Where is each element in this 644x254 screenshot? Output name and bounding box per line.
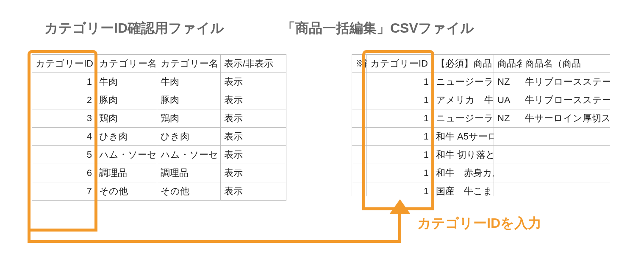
cell: 牛肉 — [96, 73, 157, 91]
col-header: カテゴリー名 — [157, 55, 221, 73]
connector-line — [398, 210, 401, 243]
cell — [352, 146, 367, 164]
cell: 表示 — [221, 109, 286, 128]
col-header: カテゴリー名 — [96, 55, 157, 73]
cell: NZ — [494, 109, 522, 128]
table-row: 7その他その他表示 — [32, 182, 286, 201]
cell: UA — [494, 91, 522, 109]
connector-line — [28, 240, 401, 243]
table-row: 1ニュージーラNZ牛リブロースステーキ — [352, 73, 611, 91]
cell: NZ — [494, 73, 522, 91]
table-row: 3鶏肉鶏肉表示 — [32, 109, 286, 128]
col-header: カテゴリーID — [367, 55, 433, 73]
table-row: 1和牛 切り落とし — [352, 146, 611, 164]
cell — [352, 109, 367, 128]
col-header: 表示/非表示 — [221, 55, 286, 73]
cell: 豚肉 — [157, 91, 221, 109]
arrow-up-icon — [389, 199, 411, 214]
cell: 1 — [367, 182, 433, 197]
cell — [494, 182, 522, 197]
product-csv-table-wrap: ※削 カテゴリーID 【必須】商品 商品名（レシ 商品名（商品 1ニュージーラN… — [352, 54, 610, 196]
cell: 和牛 赤身カルビ — [433, 164, 494, 182]
table-row: 1牛肉牛肉表示 — [32, 73, 286, 91]
cell: 7 — [32, 182, 96, 201]
cell: 表示 — [221, 73, 286, 91]
cell: ニュージーラ — [433, 109, 494, 128]
cell: 1 — [367, 109, 433, 128]
cell: 牛リブロースステーキ — [522, 73, 611, 91]
connector-line — [28, 229, 97, 232]
col-header: 商品名（レシ — [494, 55, 522, 73]
table-row: 6調理品調理品表示 — [32, 164, 286, 182]
cell — [522, 164, 611, 182]
cell: 表示 — [221, 91, 286, 109]
cell: 1 — [367, 91, 433, 109]
cell — [352, 91, 367, 109]
cell: ハム・ソーセ — [96, 146, 157, 164]
cell: ニュージーラ — [433, 73, 494, 91]
category-id-file-table: カテゴリーID カテゴリー名 カテゴリー名 表示/非表示 1牛肉牛肉表示 2豚肉… — [32, 54, 286, 201]
cell — [352, 164, 367, 182]
table-row: 4ひき肉ひき肉表示 — [32, 128, 286, 146]
annotation-label: カテゴリーIDを入力 — [417, 214, 541, 233]
cell: ひき肉 — [157, 128, 221, 146]
product-csv-table: ※削 カテゴリーID 【必須】商品 商品名（レシ 商品名（商品 1ニュージーラN… — [352, 54, 610, 196]
cell — [352, 128, 367, 146]
table-row: 1アメリカ 牛UA牛リブロースステーキ — [352, 91, 611, 109]
cell: 1 — [367, 128, 433, 146]
connector-line — [431, 198, 434, 210]
cell: その他 — [157, 182, 221, 201]
table-row: 2豚肉豚肉表示 — [32, 91, 286, 109]
col-header: カテゴリーID — [32, 55, 96, 73]
cell: 3 — [32, 109, 96, 128]
cell — [522, 128, 611, 146]
connector-line — [94, 198, 97, 232]
cell — [522, 146, 611, 164]
cell — [352, 182, 367, 197]
cell: 1 — [367, 146, 433, 164]
col-header: 商品名（商品 — [522, 55, 611, 73]
right-title: 「商品一括編集」CSVファイル — [282, 19, 474, 38]
cell: 表示 — [221, 128, 286, 146]
cell: 牛サーロイン厚切ステ — [522, 109, 611, 128]
cell: 鶏肉 — [157, 109, 221, 128]
cell — [494, 146, 522, 164]
cell — [352, 73, 367, 91]
cell: 1 — [32, 73, 96, 91]
cell: 和牛 切り落とし — [433, 146, 494, 164]
cell: 表示 — [221, 164, 286, 182]
cell: 表示 — [221, 146, 286, 164]
table-row: 1ニュージーラNZ牛サーロイン厚切ステ — [352, 109, 611, 128]
cell: 5 — [32, 146, 96, 164]
table-row: 1和牛 A5サーロイン — [352, 128, 611, 146]
connector-line — [28, 198, 31, 243]
cell: 調理品 — [96, 164, 157, 182]
table-row: 1和牛 赤身カルビ — [352, 164, 611, 182]
cell: 国産 牛こま — [433, 182, 494, 197]
cell: 鶏肉 — [96, 109, 157, 128]
cell: 6 — [32, 164, 96, 182]
cell: ひき肉 — [96, 128, 157, 146]
table-header-row: カテゴリーID カテゴリー名 カテゴリー名 表示/非表示 — [32, 55, 286, 73]
cell — [494, 164, 522, 182]
cell: 牛リブロースステーキ — [522, 91, 611, 109]
connector-line — [362, 207, 434, 210]
col-header: 【必須】商品 — [433, 55, 494, 73]
cell — [494, 128, 522, 146]
cell: アメリカ 牛 — [433, 91, 494, 109]
connector-line — [362, 198, 365, 210]
cell: その他 — [96, 182, 157, 201]
cell: 1 — [367, 164, 433, 182]
cell — [522, 182, 611, 197]
cell: 1 — [367, 73, 433, 91]
cell: 調理品 — [157, 164, 221, 182]
table-header-row: ※削 カテゴリーID 【必須】商品 商品名（レシ 商品名（商品 — [352, 55, 611, 73]
col-header: ※削 — [352, 55, 367, 73]
cell: 2 — [32, 91, 96, 109]
table-row: 1国産 牛こま — [352, 182, 611, 197]
cell: 表示 — [221, 182, 286, 201]
cell: 牛肉 — [157, 73, 221, 91]
cell: 和牛 A5サーロイン — [433, 128, 494, 146]
table-row: 5ハム・ソーセハム・ソーセ表示 — [32, 146, 286, 164]
left-title: カテゴリーID確認用ファイル — [44, 19, 224, 38]
